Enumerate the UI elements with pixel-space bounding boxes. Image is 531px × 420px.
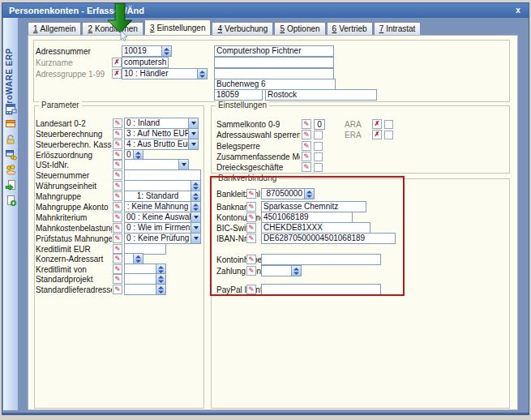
name1-field[interactable]: Computershop Fichtner xyxy=(214,45,334,57)
mahngruppe-akonto-edit-flag-icon[interactable] xyxy=(113,202,122,212)
sammelkonto-0-9-value-field[interactable]: 0 xyxy=(314,119,325,130)
steuernummer-edit-flag-icon[interactable] xyxy=(113,170,122,180)
adressauswahl-sperren-edit-flag-icon[interactable] xyxy=(302,130,311,139)
adressauswahl-sperren-checkbox[interactable] xyxy=(314,131,323,139)
tab-verbuchung[interactable]: 4Verbuchung xyxy=(212,22,273,35)
kreditlimit-eur-edit-flag-icon[interactable] xyxy=(113,244,122,254)
bankleitzahl-spinner-button[interactable] xyxy=(304,189,314,199)
kontoinhaber-edit-flag-icon[interactable] xyxy=(246,255,256,264)
standardprojekt-spinner-button[interactable] xyxy=(156,274,165,284)
landesart-0-2-field[interactable]: 0 : Inland xyxy=(124,118,199,129)
kontoinhaber-field[interactable] xyxy=(261,254,381,265)
adressnummer-field[interactable]: 10019 xyxy=(122,45,172,57)
erloeszuordnung-edit-flag-icon[interactable] xyxy=(113,150,122,160)
hand-coins-icon[interactable] xyxy=(5,164,17,176)
mahnkriterium-dropdown-button[interactable] xyxy=(191,212,200,222)
page-export-icon[interactable] xyxy=(5,179,17,191)
belegsperre-edit-flag-icon[interactable] xyxy=(302,141,311,151)
app-window-icon[interactable] xyxy=(5,102,17,114)
ara-clear-icon[interactable] xyxy=(372,119,382,129)
waehrungseinheit-spinner-button[interactable] xyxy=(191,181,200,191)
bic-swift-field[interactable]: CHEKDE81XXX xyxy=(261,222,370,234)
steuerberechn-kasse-field[interactable]: 4 : Aus Brutto Euro xyxy=(124,139,199,150)
mahngruppe-spinner-button[interactable] xyxy=(191,191,200,201)
konzern-adressart-field[interactable] xyxy=(124,253,143,264)
mahnkostenbelastung-field[interactable]: 0 : Wie im Firmenstamm eing xyxy=(124,222,201,234)
zahlung-von-field[interactable] xyxy=(261,265,302,276)
steuernummer-field[interactable] xyxy=(124,169,201,181)
mahnkriterium-field[interactable]: 00 : Keine Auswahl xyxy=(124,212,201,223)
era-clear-icon[interactable] xyxy=(372,130,382,139)
standardlieferadresse-edit-flag-icon[interactable] xyxy=(113,285,122,294)
city-field[interactable]: Rostock xyxy=(265,89,377,101)
unlock-icon[interactable] xyxy=(5,133,17,145)
pruefstatus-mahnungen-dropdown-button[interactable] xyxy=(191,234,200,243)
konzern-adressart-spinner-button[interactable] xyxy=(133,254,143,264)
iban-nr-field[interactable]: DE62870500004501068189 xyxy=(261,233,396,244)
adressgruppe-1-99-spinner-button[interactable] xyxy=(197,69,207,79)
belegsperre-checkbox[interactable] xyxy=(314,142,323,151)
steuerberechnung-edit-flag-icon[interactable] xyxy=(113,129,122,139)
street-field[interactable]: Buchenweg 6 xyxy=(214,79,336,90)
bankname-field[interactable]: Sparkasse Chemnitz xyxy=(261,201,366,212)
zahlung-von-edit-flag-icon[interactable] xyxy=(246,266,256,276)
folder-window-icon[interactable] xyxy=(5,118,17,130)
mahnkriterium-edit-flag-icon[interactable] xyxy=(113,212,122,222)
paypal-ident-edit-flag-icon[interactable] xyxy=(246,285,256,294)
mahnkostenbelastung-edit-flag-icon[interactable] xyxy=(113,223,122,233)
mahnkostenbelastung-dropdown-button[interactable] xyxy=(191,223,200,233)
name3-field[interactable] xyxy=(214,68,334,79)
konzern-adressart-edit-flag-icon[interactable] xyxy=(113,254,122,264)
cash-register-icon[interactable] xyxy=(5,148,17,161)
landesart-0-2-dropdown-button[interactable] xyxy=(188,118,198,128)
kurzname-field[interactable]: computersh xyxy=(122,57,169,68)
ara-checkbox[interactable] xyxy=(384,120,393,129)
era-checkbox[interactable] xyxy=(384,131,393,139)
tab-einstellungen[interactable]: 3Einstellungen xyxy=(144,19,212,35)
adressnummer-spinner-button[interactable] xyxy=(161,46,171,56)
iban-nr-edit-flag-icon[interactable] xyxy=(246,234,256,243)
paypal-ident-field[interactable] xyxy=(261,284,381,295)
adressgruppe-1-99-clear-icon[interactable] xyxy=(112,69,122,79)
kreditlimit-von-edit-flag-icon[interactable] xyxy=(113,264,122,274)
tab-allgemein[interactable]: 1Allgemein xyxy=(28,22,81,35)
waehrungseinheit-edit-flag-icon[interactable] xyxy=(113,181,122,191)
dreiecksgeschaefte-checkbox[interactable] xyxy=(314,163,323,172)
name2-field[interactable] xyxy=(214,57,334,68)
landesart-0-2-edit-flag-icon[interactable] xyxy=(113,118,122,128)
page-add-icon[interactable] xyxy=(5,195,17,207)
kurzname-clear-icon[interactable] xyxy=(112,58,122,67)
zusammenfassende-meldung-checkbox[interactable] xyxy=(314,152,323,161)
ust-idnr-edit-flag-icon[interactable] xyxy=(113,160,122,169)
standardlieferadresse-spinner-button[interactable] xyxy=(156,285,165,294)
steuerberechnung-field[interactable]: 3 : Auf Netto EUR xyxy=(124,128,199,139)
standardprojekt-field[interactable] xyxy=(124,273,166,285)
zip-field[interactable]: 18059 xyxy=(214,89,263,101)
bankleitzahl-field[interactable]: 87050000 xyxy=(261,188,315,199)
mahngruppe-akonto-field[interactable]: : Keine Mahnung xyxy=(124,201,201,212)
kontonummer-edit-flag-icon[interactable] xyxy=(246,212,256,222)
tab-konditionen[interactable]: 2Konditionen xyxy=(82,22,143,35)
sammelkonto-0-9-edit-flag-icon[interactable] xyxy=(302,119,311,129)
bankname-edit-flag-icon[interactable] xyxy=(246,202,256,212)
bic-swift-edit-flag-icon[interactable] xyxy=(246,223,256,233)
pruefstatus-mahnungen-edit-flag-icon[interactable] xyxy=(113,234,122,243)
mahngruppe-edit-flag-icon[interactable] xyxy=(113,191,122,201)
tab-vertrieb[interactable]: 6Vertrieb xyxy=(327,22,373,35)
adressgruppe-1-99-field[interactable]: 10 : Händler xyxy=(122,68,208,79)
mahngruppe-akonto-spinner-button[interactable] xyxy=(191,202,200,212)
steuerberechn-kasse-dropdown-button[interactable] xyxy=(188,139,198,149)
close-icon[interactable]: x xyxy=(512,5,524,16)
zahlung-von-spinner-button[interactable] xyxy=(291,266,301,276)
steuerberechn-kasse-edit-flag-icon[interactable] xyxy=(113,139,122,149)
tab-intrastat[interactable]: 7Intrastat xyxy=(374,22,422,35)
waehrungseinheit-field[interactable] xyxy=(124,180,201,191)
tab-optionen[interactable]: 5Optionen xyxy=(274,22,325,35)
ust-idnr-field[interactable] xyxy=(124,159,189,170)
dreiecksgeschaefte-edit-flag-icon[interactable] xyxy=(302,162,311,172)
standardlieferadresse-field[interactable] xyxy=(124,284,166,295)
kontonummer-field[interactable]: 4501068189 xyxy=(261,212,353,223)
ust-idnr-dropdown-button[interactable] xyxy=(178,160,188,169)
bankleitzahl-edit-flag-icon[interactable] xyxy=(246,189,256,199)
standardprojekt-edit-flag-icon[interactable] xyxy=(113,274,122,284)
